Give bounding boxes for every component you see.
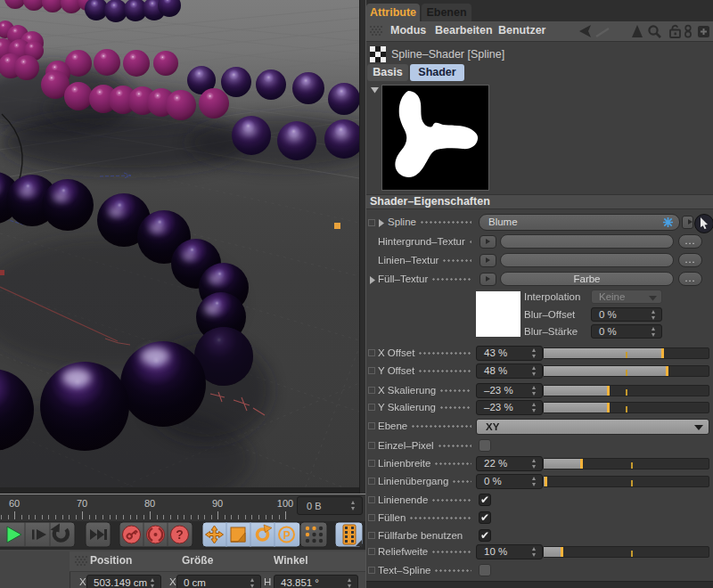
svg-text:?: ? — [176, 527, 184, 542]
svg-text:P: P — [283, 529, 290, 542]
